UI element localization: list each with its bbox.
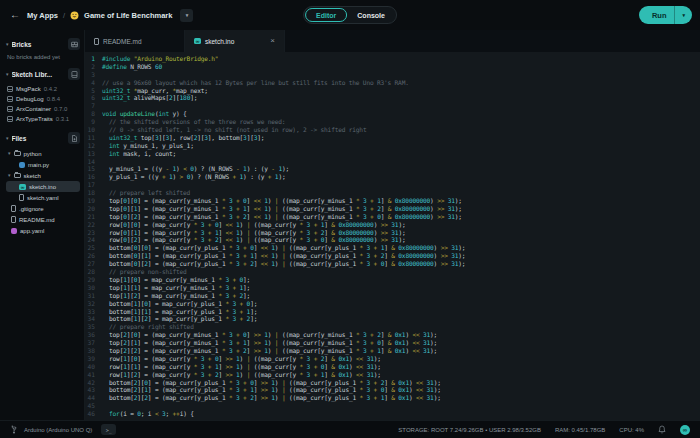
line-number: 11: [85, 134, 102, 142]
library-name: DebugLog: [16, 96, 44, 102]
code-editor[interactable]: 1#include "Arduino_RouterBridge.h"2#defi…: [85, 52, 700, 420]
code-line-text: bottom[0][0] = (map_curr[y_plus_1 * 3 + …: [102, 244, 465, 252]
library-manager-button[interactable]: [68, 68, 80, 80]
library-icon: [7, 106, 13, 112]
chevron-down-icon: ▾: [8, 173, 11, 178]
sidebar: ▾ Bricks No bricks added yet ▾ Sketch Li…: [0, 30, 85, 420]
code-line-text: row[1][1] = (map_curr[y * 3 + 1] >> 1) |…: [102, 363, 381, 371]
tree-item-main.py[interactable]: main.py: [6, 159, 80, 170]
code-line: 39 row[1][0] = (map_curr[y * 3 + 0] >> 1…: [85, 355, 700, 363]
code-line-text: [102, 102, 106, 110]
bricks-section-header[interactable]: ▾ Bricks: [6, 38, 80, 50]
code-line: 30 top[1][1] = map_curr[y_minus_1 * 3 + …: [85, 284, 700, 292]
code-line: 33 bottom[1][1] = map_curr[y_plus_1 * 3 …: [85, 308, 700, 316]
line-number: 38: [85, 347, 102, 355]
run-button[interactable]: Run ▾: [639, 6, 692, 24]
ram-status: RAM: 0.45/1.78GB: [555, 427, 605, 433]
library-icon: [7, 116, 13, 122]
code-line-text: [102, 402, 106, 410]
code-line-text: bottom[2][2] = (map_curr[y_plus_1 * 3 + …: [102, 394, 441, 402]
tree-item-app.yaml[interactable]: app.yaml: [6, 225, 80, 236]
code-line-text: top[2][1] = (map_curr[y_minus_1 * 3 + 1]…: [102, 339, 437, 347]
breadcrumb-separator: /: [63, 11, 65, 20]
line-number: 13: [85, 150, 102, 158]
code-line-text: [102, 181, 106, 189]
terminal-button[interactable]: >_: [101, 424, 116, 435]
library-icon: [7, 86, 13, 92]
tree-item-sketch.yaml[interactable]: sketch.yaml: [6, 192, 80, 203]
new-file-button[interactable]: [68, 132, 80, 144]
line-number: 8: [85, 110, 102, 118]
back-icon[interactable]: ←: [10, 10, 20, 20]
code-line-text: top[1][2] = map_curr[y_minus_1 * 3 + 2];: [102, 292, 250, 300]
file-plus-icon: [71, 135, 78, 142]
tree-item-.gitignore[interactable]: .gitignore: [6, 203, 80, 214]
close-icon[interactable]: ×: [270, 37, 275, 45]
code-line: 35 // prepare right shifted: [85, 323, 700, 331]
files-title: Files: [12, 135, 65, 142]
code-line-text: row[1][0] = (map_curr[y * 3 + 0] >> 1) |…: [102, 355, 381, 363]
editor-pane: README.mdsketch.ino× 1#include "Arduino_…: [85, 30, 700, 420]
line-number: 43: [85, 386, 102, 394]
tab-editor[interactable]: Editor: [305, 8, 347, 22]
storage-status: STORAGE: ROOT 7.24/9.26GB • USER 2.98/3.…: [398, 427, 541, 433]
code-line: 28 // prepare non-shifted: [85, 268, 700, 276]
code-line-text: row[0][1] = (map_curr[y * 3 + 1] << 1) |…: [102, 229, 405, 237]
tree-item-label: .gitignore: [19, 206, 44, 212]
code-line: 25 bottom[0][0] = (map_curr[y_plus_1 * 3…: [85, 244, 700, 252]
code-line-text: row[0][0] = (map_curr[y * 3 + 0] << 1) |…: [102, 221, 405, 229]
files-section-header[interactable]: ▾ Files: [6, 132, 80, 144]
code-line-text: // the shifted versions of the three row…: [102, 118, 285, 126]
bricks-empty-text: No bricks added yet: [7, 54, 80, 60]
library-item[interactable]: MsgPack0.4.2: [6, 84, 80, 94]
code-line: 10 // 0 -> shifted left, 1 -> no shift (…: [85, 126, 700, 134]
tree-item-sketch.ino[interactable]: sketch.ino: [6, 181, 80, 192]
code-line: 21 top[0][2] = (map_curr[y_minus_1 * 3 +…: [85, 213, 700, 221]
arduino-account-icon[interactable]: ∞: [680, 425, 690, 435]
tree-item-python[interactable]: ▾python: [6, 148, 80, 159]
line-number: 41: [85, 371, 102, 379]
code-line: 1#include "Arduino_RouterBridge.h": [85, 55, 700, 63]
ino-icon: [19, 184, 26, 190]
code-line-text: row[1][2] = (map_curr[y * 3 + 2] >> 1) |…: [102, 371, 381, 379]
tree-item-README.md[interactable]: README.md: [6, 214, 80, 225]
run-options-button[interactable]: ▾: [674, 6, 692, 24]
python-icon: [19, 162, 25, 168]
code-line-text: void updateLine(int y) {: [102, 110, 187, 118]
code-line: 42 bottom[2][0] = (map_curr[y_plus_1 * 3…: [85, 379, 700, 387]
cpu-status: CPU: 4%: [619, 427, 644, 433]
editor-tab-README.md[interactable]: README.md: [85, 30, 185, 52]
app-menu-button[interactable]: ▾: [180, 9, 193, 22]
line-number: 34: [85, 315, 102, 323]
line-number: 32: [85, 300, 102, 308]
breadcrumb-my-apps[interactable]: My Apps: [27, 11, 58, 20]
notifications-bell-icon[interactable]: [658, 425, 666, 434]
tree-item-label: main.py: [28, 162, 49, 168]
library-item[interactable]: DebugLog0.8.4: [6, 94, 80, 104]
library-item[interactable]: ArxTypeTraits0.3.1: [6, 114, 80, 124]
line-number: 4: [85, 79, 102, 87]
tree-item-sketch[interactable]: ▾sketch: [6, 170, 80, 181]
add-brick-button[interactable]: [68, 38, 80, 50]
ino-icon: [194, 38, 201, 44]
line-number: 5: [85, 87, 102, 95]
line-number: 3: [85, 71, 102, 79]
code-line-text: top[0][1] = (map_curr[y_minus_1 * 3 + 1]…: [102, 205, 462, 213]
code-line-text: #define N_ROWS 60: [102, 63, 162, 71]
libraries-section-header[interactable]: ▾ Sketch Libr...: [6, 68, 80, 80]
line-number: 31: [85, 292, 102, 300]
code-line-text: top[2][2] = (map_curr[y_minus_1 * 3 + 2]…: [102, 347, 437, 355]
code-line-text: top[2][0] = (map_curr[y_minus_1 * 3 + 0]…: [102, 331, 437, 339]
code-line: 23 row[0][1] = (map_curr[y * 3 + 1] << 1…: [85, 229, 700, 237]
line-number: 9: [85, 118, 102, 126]
library-item[interactable]: ArxContainer0.7.0: [6, 104, 80, 114]
library-version: 0.7.0: [54, 106, 67, 112]
code-line: 24 row[0][2] = (map_curr[y * 3 + 2] << 1…: [85, 236, 700, 244]
editor-tab-sketch.ino[interactable]: sketch.ino×: [185, 30, 285, 52]
chevron-down-icon: ▾: [682, 12, 685, 18]
tab-console[interactable]: Console: [347, 8, 395, 22]
line-number: 14: [85, 158, 102, 166]
code-line-text: bottom[0][1] = (map_curr[y_plus_1 * 3 + …: [102, 252, 465, 260]
line-number: 28: [85, 268, 102, 276]
brick-icon: [71, 41, 78, 48]
